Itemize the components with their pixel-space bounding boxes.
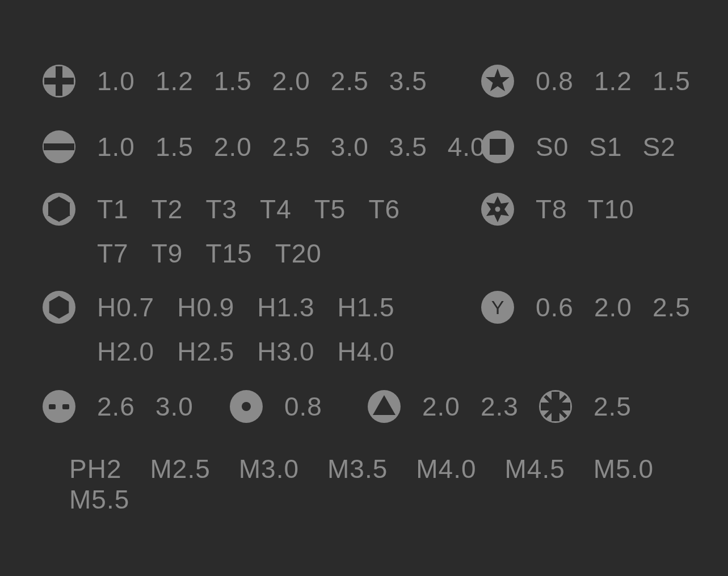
size-value: 3.0 — [331, 132, 369, 162]
size-value: 2.5 — [653, 292, 691, 323]
square-values: S0 S1 S2 — [536, 132, 676, 162]
dot-icon — [230, 390, 263, 423]
pentalobe-values: 0.8 1.2 1.5 — [536, 66, 691, 96]
phillips-icon — [43, 65, 75, 98]
size-value: M4.0 — [416, 454, 476, 484]
torx-security-row: T8 T10 — [481, 193, 634, 226]
size-value: S1 — [589, 132, 622, 162]
size-value: 1.5 — [214, 66, 252, 96]
phillips-values: 1.0 1.2 1.5 2.0 2.5 3.5 — [97, 66, 427, 96]
torx-values: T1 T2 T3 T4 T5 T6 T7 T9 T15 T20 — [97, 194, 449, 269]
slotted-values: 1.0 1.5 2.0 2.5 3.0 3.5 4.0 — [97, 132, 486, 162]
size-value: 2.3 — [481, 391, 519, 422]
bit-size-chart: 1.0 1.2 1.5 2.0 2.5 3.5 0.8 1.2 1.5 — [0, 0, 728, 576]
size-value: M4.5 — [505, 454, 565, 484]
svg-rect-20 — [49, 404, 56, 409]
size-value: H1.5 — [338, 292, 395, 323]
size-value: H0.9 — [177, 292, 234, 323]
size-value: T2 — [152, 194, 183, 225]
size-value: M5.0 — [594, 454, 654, 484]
misc-row: PH2 M2.5 M3.0 M3.5 M4.0 M4.5 M5.0 M5.5 — [69, 454, 728, 515]
hex-values: H0.7 H0.9 H1.3 H1.5 H2.0 H2.5 H3.0 H4.0 — [97, 292, 494, 367]
svg-point-23 — [242, 402, 251, 411]
standoff-row: 0.8 — [230, 390, 322, 423]
torx-row: T1 T2 T3 T4 T5 T6 T7 T9 T15 T20 — [43, 193, 449, 269]
size-value: 0.6 — [536, 292, 574, 323]
svg-point-14 — [495, 207, 500, 212]
spanner-icon — [43, 390, 75, 423]
y-icon: Y — [481, 291, 514, 324]
square-icon — [481, 130, 514, 163]
standoff-values: 0.8 — [284, 391, 322, 422]
triwing-values: 0.6 2.0 2.5 — [536, 292, 691, 323]
size-value: T4 — [260, 194, 292, 225]
size-value: T20 — [275, 238, 322, 269]
size-value: T15 — [205, 238, 252, 269]
size-value: T10 — [588, 194, 634, 225]
spanner-row: 2.6 3.0 — [43, 390, 193, 423]
size-value: H2.5 — [177, 336, 234, 367]
size-value: M5.5 — [69, 484, 129, 515]
size-value: 3.5 — [389, 132, 427, 162]
phillips-row: 1.0 1.2 1.5 2.0 2.5 3.5 — [43, 65, 427, 98]
svg-rect-8 — [490, 139, 506, 155]
triangle-values: 2.0 2.3 — [422, 391, 519, 422]
svg-rect-21 — [62, 404, 69, 409]
size-value: H4.0 — [338, 336, 395, 367]
triangle-icon — [368, 390, 401, 423]
square-row: S0 S1 S2 — [481, 130, 676, 163]
size-value: 3.0 — [155, 391, 193, 422]
size-value: PH2 — [69, 454, 121, 484]
size-value: 1.2 — [155, 66, 193, 96]
star-icon — [481, 65, 514, 98]
size-value: H1.3 — [257, 292, 314, 323]
hex-row: H0.7 H0.9 H1.3 H1.5 H2.0 H2.5 H3.0 H4.0 — [43, 291, 494, 367]
size-value: H3.0 — [257, 336, 314, 367]
size-value: 2.5 — [272, 132, 310, 162]
size-value: 1.5 — [653, 66, 691, 96]
torx-icon — [43, 193, 75, 226]
size-value: 0.8 — [536, 66, 574, 96]
size-value: 2.0 — [272, 66, 310, 96]
size-value: 2.0 — [214, 132, 252, 162]
size-value: H2.0 — [97, 336, 154, 367]
size-value: 2.5 — [331, 66, 369, 96]
slot-icon — [43, 130, 75, 163]
size-value: T9 — [152, 238, 183, 269]
svg-text:Y: Y — [491, 297, 504, 318]
pentalobe-row: 0.8 1.2 1.5 — [481, 65, 691, 98]
svg-rect-6 — [44, 143, 74, 150]
size-value: S2 — [643, 132, 676, 162]
size-value: 3.5 — [389, 66, 427, 96]
slotted-row: 1.0 1.5 2.0 2.5 3.0 3.5 4.0 — [43, 130, 486, 163]
size-value: T5 — [314, 194, 346, 225]
size-value: T1 — [97, 194, 129, 225]
triwing-row: Y 0.6 2.0 2.5 — [481, 291, 691, 324]
size-value: T7 — [97, 238, 129, 269]
size-value: T3 — [205, 194, 237, 225]
misc-values: PH2 M2.5 M3.0 M3.5 M4.0 M4.5 M5.0 M5.5 — [69, 454, 728, 515]
size-value: H0.7 — [97, 292, 154, 323]
size-value: 1.0 — [97, 66, 135, 96]
size-value: 2.6 — [97, 391, 135, 422]
svg-rect-2 — [44, 78, 74, 84]
pozidriv-values: 2.5 — [594, 391, 632, 422]
torx-security-icon — [481, 193, 514, 226]
triangle-row: 2.0 2.3 — [368, 390, 519, 423]
size-value: 0.8 — [284, 391, 322, 422]
pozidriv-icon — [539, 390, 572, 423]
size-value: 2.0 — [422, 391, 460, 422]
size-value: T8 — [536, 194, 567, 225]
size-value: 1.0 — [97, 132, 135, 162]
size-value: M3.5 — [327, 454, 388, 484]
size-value: 2.0 — [594, 292, 632, 323]
size-value: 2.5 — [594, 391, 632, 422]
size-value: M3.0 — [239, 454, 299, 484]
torx-security-values: T8 T10 — [536, 194, 634, 225]
size-value: S0 — [536, 132, 569, 162]
spanner-values: 2.6 3.0 — [97, 391, 193, 422]
hex-icon — [43, 291, 75, 324]
size-value: 1.2 — [594, 66, 632, 96]
size-value: M2.5 — [150, 454, 210, 484]
size-value: 4.0 — [448, 132, 486, 162]
